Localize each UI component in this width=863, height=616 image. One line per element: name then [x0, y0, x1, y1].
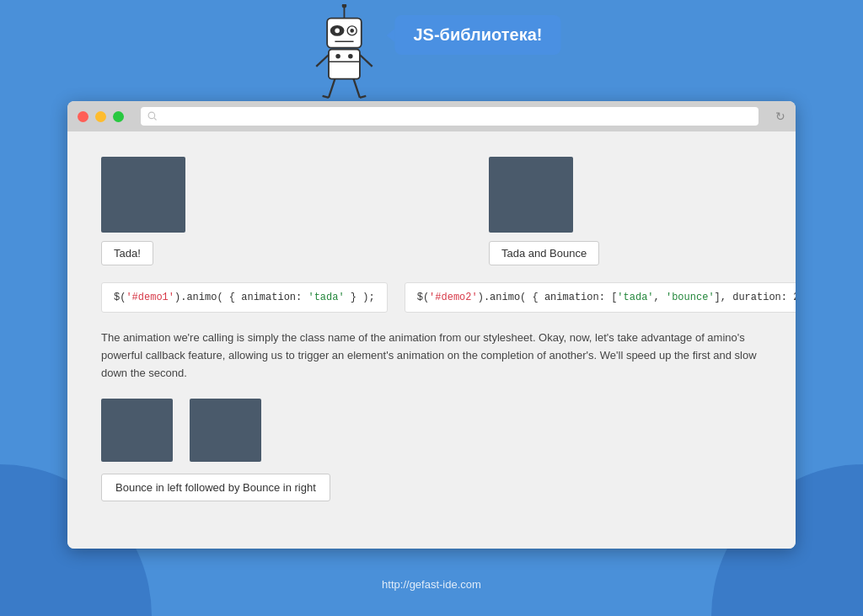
svg-point-4	[335, 29, 340, 34]
browser-titlebar: ↻	[67, 101, 796, 131]
browser-content: Tada! Tada and Bounce $('#demo1').animo(…	[67, 131, 796, 549]
svg-line-15	[360, 96, 366, 98]
demo-row-2	[101, 399, 762, 462]
demo-box-2	[489, 157, 573, 233]
robot-mascot	[302, 4, 386, 105]
speech-bubble-text: JS-библиотека!	[413, 25, 542, 44]
browser-window: ↻ Tada! Tada and Bounce $('#demo1').anim…	[67, 101, 796, 549]
svg-line-14	[354, 79, 360, 98]
code-selector-2: $('#demo2').animo( { animation: ['tada',…	[417, 292, 796, 303]
svg-line-17	[360, 55, 373, 67]
code-row: $('#demo1').animo( { animation: 'tada' }…	[101, 282, 762, 313]
demo-item-2: Tada and Bounce	[489, 157, 599, 265]
svg-point-18	[148, 112, 155, 119]
svg-point-10	[335, 54, 340, 59]
minimize-button[interactable]	[95, 111, 106, 122]
demo-top-row: Tada! Tada and Bounce	[101, 157, 762, 265]
tada-bounce-button[interactable]: Tada and Bounce	[489, 241, 599, 265]
code-block-2: $('#demo2').animo( { animation: ['tada',…	[405, 282, 796, 313]
footer: http://gefast-ide.com	[0, 578, 863, 591]
demo-item-1: Tada!	[101, 157, 185, 265]
svg-rect-8	[329, 50, 360, 79]
svg-line-12	[329, 79, 335, 98]
address-bar	[141, 107, 758, 126]
speech-bubble: JS-библиотека!	[394, 15, 560, 55]
demo-box-3	[101, 399, 173, 462]
svg-line-13	[323, 96, 329, 98]
demo-box-4	[190, 399, 261, 462]
code-block-1: $('#demo1').animo( { animation: 'tada' }…	[101, 282, 388, 313]
mascot-area: JS-библиотека!	[302, 0, 560, 105]
svg-point-6	[350, 29, 354, 33]
description-text: The animation we're calling is simply th…	[101, 329, 762, 382]
svg-line-19	[154, 118, 157, 121]
svg-line-16	[316, 55, 329, 67]
reload-button[interactable]: ↻	[775, 110, 785, 123]
svg-point-11	[348, 54, 353, 59]
tada-button[interactable]: Tada!	[101, 241, 153, 265]
maximize-button[interactable]	[113, 111, 124, 122]
svg-point-1	[342, 4, 347, 8]
close-button[interactable]	[78, 111, 88, 122]
search-icon	[147, 111, 158, 121]
bounce-button[interactable]: Bounce in left followed by Bounce in rig…	[101, 474, 330, 501]
code-selector-1: $('#demo1').animo( { animation: 'tada' }…	[114, 292, 375, 303]
footer-url: http://gefast-ide.com	[382, 578, 481, 591]
demo-box-1	[101, 157, 185, 233]
